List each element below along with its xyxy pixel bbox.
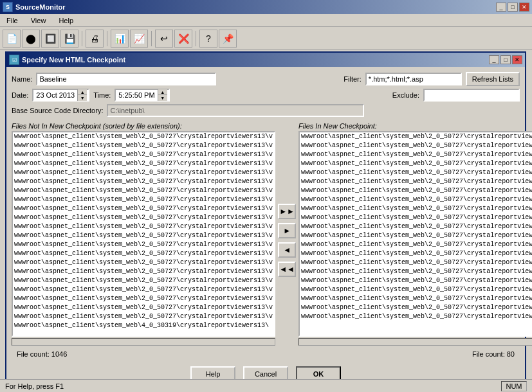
list-item[interactable]: wwwroot\aspnet_client\system_web\2_0_507… [13,303,274,312]
list-item[interactable]: wwwroot\aspnet_client\system_web\2_0_507… [300,294,532,303]
minimize-button[interactable]: _ [496,3,506,12]
move-right-button[interactable]: ► [278,223,296,238]
toolbar-close[interactable]: 🔲 [41,30,59,48]
name-input[interactable] [36,73,216,85]
list-item[interactable]: wwwroot\aspnet_client\system_web\2_0_507… [300,186,532,195]
list-item[interactable]: wwwroot\aspnet_client\system_web\2_0_507… [13,177,274,186]
list-item[interactable]: wwwroot\aspnet_client\system_web\2_0_507… [13,240,274,249]
list-item[interactable]: wwwroot\aspnet_client\system_web\2_0_507… [300,195,532,204]
list-item[interactable]: wwwroot\aspnet_client\system_web\2_0_507… [13,168,274,177]
list-item[interactable]: wwwroot\aspnet_client\system_web\2_0_507… [300,267,532,276]
list-item[interactable]: wwwroot\aspnet_client\system_web\2_0_507… [300,276,532,285]
left-list-panel: Files Not In New Checkpoint (sorted by f… [12,122,275,346]
toolbar-open[interactable]: ⬤ [22,30,40,48]
list-item[interactable]: wwwroot\aspnet_client\system_web\2_0_507… [300,249,532,258]
date-label: Date: [12,91,28,99]
help-text: For Help, press F1 [5,382,64,390]
list-item[interactable]: wwwroot\aspnet_client\system_web\2_0_507… [300,168,532,177]
list-item[interactable]: wwwroot\aspnet_client\system_web\2_0_507… [13,258,274,267]
move-all-right-button[interactable]: ►► [278,204,296,219]
left-scrollbar-h[interactable] [12,338,275,346]
right-file-listbox[interactable]: wwwroot\aspnet_client\system_web\2_0_507… [298,131,532,337]
list-item[interactable]: wwwroot\aspnet_client\system_web\2_0_507… [300,159,532,168]
toolbar-print[interactable]: 🖨 [86,30,104,48]
list-item[interactable]: wwwroot\aspnet_client\system_web\2_0_507… [13,267,274,276]
toolbar-chart[interactable]: 📊 [111,30,129,48]
menu-bar: File View Help [0,14,532,27]
file-count-row: File count: 1046 File count: 80 [12,348,520,360]
close-button[interactable]: ✕ [519,3,529,12]
left-file-listbox[interactable]: wwwroot\aspnet_client\system_web\2_0_507… [12,131,275,337]
toolbar-save[interactable]: 💾 [60,30,78,48]
right-scrollbar-h[interactable] [298,338,532,346]
num-indicator: NUM [501,381,527,391]
list-item[interactable]: wwwroot\aspnet_client\system_web\2_0_507… [13,276,274,285]
list-item[interactable]: wwwroot\aspnet_client\system_web\2_0_507… [13,231,274,240]
list-item[interactable]: wwwroot\aspnet_client\system_web\2_0_507… [300,303,532,312]
base-source-label: Base Source Code Directory: [12,107,103,114]
outer-titlebar: S SourceMonitor _ □ ✕ [0,0,532,14]
toolbar-sep1 [82,31,82,46]
list-item[interactable]: wwwroot\aspnet_client\system_web\2_0_507… [300,150,532,159]
list-item[interactable]: wwwroot\aspnet_client\system_web\2_0_507… [13,141,274,150]
list-item[interactable]: wwwroot\aspnet_client\system_web\2_0_507… [13,285,274,294]
time-down-btn[interactable]: ▼ [158,95,167,101]
lists-area: Files Not In New Checkpoint (sorted by f… [12,122,520,346]
toolbar: 📄 ⬤ 🔲 💾 🖨 📊 📈 ↩ ❌ ? 📌 [0,27,532,50]
list-item[interactable]: wwwroot\aspnet_client\system_web\2_0_507… [300,222,532,231]
menu-view[interactable]: View [27,15,50,26]
toolbar-new[interactable]: 📄 [3,30,21,48]
list-item[interactable]: wwwroot\aspnet_client\system_web\2_0_507… [13,249,274,258]
list-item[interactable]: wwwroot\aspnet_client\system_web\2_0_507… [13,150,274,159]
list-item[interactable]: wwwroot\aspnet_client\system_web\2_0_507… [300,141,532,150]
maximize-button[interactable]: □ [508,3,518,12]
time-up-btn[interactable]: ▲ [158,89,167,95]
list-item[interactable]: wwwroot\aspnet_client\system_web\2_0_507… [13,159,274,168]
list-item[interactable]: wwwroot\aspnet_client\system_web\2_0_507… [300,204,532,213]
outer-window: S SourceMonitor _ □ ✕ File View Help 📄 ⬤… [0,0,532,392]
menu-help[interactable]: Help [55,15,77,26]
left-list-header: Files Not In New Checkpoint (sorted by f… [12,122,275,130]
toolbar-undo[interactable]: ↩ [155,30,173,48]
list-item[interactable]: wwwroot\aspnet_client\system_web\2_0_507… [13,213,274,222]
list-item[interactable]: wwwroot\aspnet_client\system_web\2_0_507… [300,231,532,240]
right-list-header: Files In New Checkpoint: [298,122,532,130]
list-item[interactable]: wwwroot\aspnet_client\system_web\4_0_303… [13,321,274,330]
name-label: Name: [12,75,32,83]
exclude-label: Exclude: [392,91,419,99]
move-all-left-button[interactable]: ◄◄ [278,262,296,277]
date-up-btn[interactable]: ▲ [78,89,87,95]
list-item[interactable]: wwwroot\aspnet_client\system_web\2_0_507… [13,222,274,231]
list-item[interactable]: wwwroot\aspnet_client\system_web\2_0_507… [13,294,274,303]
dialog-body: Name: Filter: Refresh Lists Date: 23 Oct… [6,67,525,391]
list-item[interactable]: wwwroot\aspnet_client\system_web\2_0_507… [300,312,532,321]
list-item[interactable]: wwwroot\aspnet_client\system_web\2_0_507… [13,195,274,204]
list-item[interactable]: wwwroot\aspnet_client\system_web\2_0_507… [13,132,274,141]
date-down-btn[interactable]: ▼ [78,95,87,101]
outer-window-controls: _ □ ✕ [496,3,529,12]
list-item[interactable]: wwwroot\aspnet_client\system_web\2_0_507… [13,204,274,213]
dialog-minimize[interactable]: _ [489,55,499,64]
toolbar-graph[interactable]: 📈 [130,30,148,48]
left-file-count: File count: 1046 [17,350,67,358]
list-item[interactable]: wwwroot\aspnet_client\system_web\2_0_507… [300,258,532,267]
list-item[interactable]: wwwroot\aspnet_client\system_web\2_0_507… [300,285,532,294]
move-left-button[interactable]: ◄ [278,242,296,258]
refresh-lists-button[interactable]: Refresh Lists [466,72,520,86]
toolbar-cancel[interactable]: ❌ [174,30,192,48]
list-item[interactable]: wwwroot\aspnet_client\system_web\2_0_507… [13,186,274,195]
toolbar-pin[interactable]: 📌 [219,30,237,48]
dialog-close[interactable]: ✕ [512,55,522,64]
list-item[interactable]: wwwroot\aspnet_client\system_web\2_0_507… [300,132,532,141]
toolbar-help[interactable]: ? [199,30,217,48]
list-item[interactable]: wwwroot\aspnet_client\system_web\2_0_507… [13,312,274,321]
base-source-row: Base Source Code Directory: [12,104,520,117]
dialog-maximize[interactable]: □ [500,55,511,64]
exclude-input[interactable] [423,89,520,102]
base-source-input[interactable] [107,104,364,117]
menu-file[interactable]: File [3,15,22,26]
list-item[interactable]: wwwroot\aspnet_client\system_web\2_0_507… [300,177,532,186]
filter-input[interactable] [365,73,462,85]
list-item[interactable]: wwwroot\aspnet_client\system_web\2_0_507… [300,240,532,249]
list-item[interactable]: wwwroot\aspnet_client\system_web\2_0_507… [300,213,532,222]
